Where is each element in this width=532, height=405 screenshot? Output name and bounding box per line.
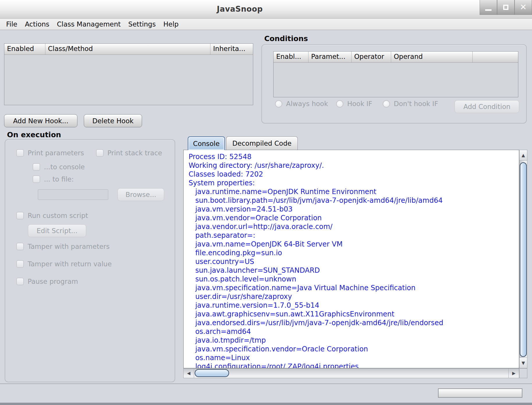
console-line: path.separator=: <box>189 231 519 240</box>
console-output: Process ID: 52548Working directory: /usr… <box>183 150 519 368</box>
scroll-up-button[interactable]: ▲ <box>519 150 527 161</box>
radio-always-hook[interactable]: Always hook <box>275 100 328 108</box>
horizontal-scrollbar-thumb[interactable] <box>195 369 229 377</box>
conditions-table-header: Enabl...Paramet...OperatorOperand <box>274 52 518 63</box>
radio-dont-hook-if[interactable]: Don't hook IF <box>383 100 438 108</box>
minimize-button[interactable] <box>480 0 497 15</box>
console-line: os.arch=amd64 <box>189 327 519 336</box>
minimize-icon <box>485 9 492 11</box>
print-stack-trace-checkbox[interactable]: Print stack trace <box>96 149 162 157</box>
checkbox-icon <box>16 149 24 157</box>
tamper-return-value-label: Tamper with return value <box>28 260 112 268</box>
print-stack-trace-label: Print stack trace <box>107 149 162 157</box>
run-custom-script-checkbox[interactable]: Run custom script <box>16 212 88 219</box>
tamper-parameters-checkbox[interactable]: Tamper with parameters <box>16 243 110 250</box>
vertical-scrollbar-thumb[interactable] <box>520 162 527 357</box>
scroll-down-button[interactable]: ▼ <box>519 358 527 368</box>
browse-button[interactable]: Browse... <box>118 188 164 201</box>
window-controls: ✕ <box>480 0 532 15</box>
console-line: java.vm.vendor=Oracle Corporation <box>189 214 519 222</box>
tab-console[interactable]: Console <box>188 136 225 150</box>
tab-decompiled-code[interactable]: Decompiled Code <box>226 136 298 150</box>
conditions-column-header[interactable] <box>473 52 518 62</box>
pause-program-checkbox[interactable]: Pause program <box>16 278 78 285</box>
conditions-table[interactable]: Enabl...Paramet...OperatorOperand <box>273 51 518 97</box>
menu-item[interactable]: File <box>2 20 21 28</box>
console-line: java.vm.version=24.51-b03 <box>189 205 519 214</box>
console-line: java.endorsed.dirs=/usr/lib/jvm/java-7-o… <box>189 318 519 327</box>
menu-bar: FileActionsClass ManagementSettingsHelp <box>0 19 532 30</box>
scroll-left-button[interactable]: ◀ <box>184 369 194 378</box>
delete-hook-button[interactable]: Delete Hook <box>84 114 142 127</box>
add-condition-button[interactable]: Add Condition <box>455 100 519 113</box>
maximize-icon <box>503 5 508 10</box>
console-line: Working directory: /usr/share/zaproxy/. <box>189 161 519 170</box>
console-line: java.runtime.version=1.7.0_55-b14 <box>189 301 519 310</box>
pause-program-label: Pause program <box>28 278 78 285</box>
horizontal-scrollbar[interactable]: ◀ ▶ <box>183 368 519 378</box>
hooks-table-header: EnabledClass/MethodInherita... <box>4 44 253 55</box>
window-bottom-edge <box>0 403 532 405</box>
tamper-parameters-label: Tamper with parameters <box>28 243 110 250</box>
conditions-column-header[interactable]: Operator <box>352 52 391 62</box>
on-execution-title: On execution <box>7 131 61 139</box>
console-line: java.vendor.url=http://java.oracle.com/ <box>189 222 519 231</box>
hooks-table[interactable]: EnabledClass/MethodInherita... <box>4 43 253 105</box>
file-path-input[interactable] <box>38 189 108 200</box>
hooks-column-header[interactable]: Enabled <box>4 44 45 54</box>
scroll-right-button[interactable]: ▶ <box>508 369 519 378</box>
radio-hook-if-label: Hook IF <box>347 100 372 108</box>
close-icon: ✕ <box>520 3 526 11</box>
console-line: sun.java.launcher=SUN_STANDARD <box>189 266 519 275</box>
menu-item[interactable]: Actions <box>21 20 53 28</box>
console-line: java.io.tmpdir=/tmp <box>189 336 519 345</box>
edit-script-button[interactable]: Edit Script... <box>28 224 86 237</box>
console-line: Classes loaded: 7202 <box>189 170 519 179</box>
to-file-checkbox[interactable]: ... to file: <box>33 175 74 183</box>
window-title: JavaSnoop <box>0 5 480 13</box>
radio-always-hook-label: Always hook <box>286 100 328 108</box>
menu-item[interactable]: Settings <box>125 20 159 28</box>
checkbox-icon <box>16 243 24 250</box>
console-line: user.dir=/usr/share/zaproxy <box>189 292 519 301</box>
radio-icon <box>383 100 390 108</box>
conditions-column-header[interactable]: Paramet... <box>308 52 352 62</box>
tamper-return-value-checkbox[interactable]: Tamper with return value <box>16 260 112 268</box>
checkbox-icon <box>16 278 24 285</box>
to-file-label: ... to file: <box>44 175 74 183</box>
arrow-right-icon: ▶ <box>512 371 516 376</box>
console-line: System properties: <box>189 179 519 187</box>
radio-icon <box>336 100 343 108</box>
status-bar-separator <box>0 383 532 384</box>
console-line: java.runtime.name=OpenJDK Runtime Enviro… <box>189 187 519 196</box>
menu-item[interactable]: Class Management <box>53 20 125 28</box>
checkbox-icon <box>33 163 40 171</box>
close-button[interactable]: ✕ <box>515 0 532 15</box>
add-new-hook-button[interactable]: Add New Hook... <box>4 114 77 127</box>
progress-bar <box>438 388 522 398</box>
radio-dont-hook-if-label: Don't hook IF <box>394 100 438 108</box>
checkbox-icon <box>16 212 24 219</box>
console-line: java.awt.graphicsenv=sun.awt.X11Graphics… <box>189 310 519 318</box>
conditions-column-header[interactable]: Operand <box>391 52 473 62</box>
hooks-column-header[interactable]: Class/Method <box>45 44 211 54</box>
menu-item[interactable]: Help <box>159 20 182 28</box>
radio-hook-if[interactable]: Hook IF <box>336 100 372 108</box>
to-console-checkbox[interactable]: ...to console <box>33 163 85 171</box>
print-parameters-checkbox[interactable]: Print parameters <box>16 149 84 157</box>
checkbox-icon <box>16 260 24 268</box>
conditions-title: Conditions <box>264 34 308 43</box>
checkbox-icon <box>96 149 104 157</box>
radio-icon <box>275 100 282 108</box>
vertical-scrollbar[interactable]: ▲ ▼ <box>519 150 527 368</box>
maximize-button[interactable] <box>497 0 515 15</box>
console-line: Process ID: 52548 <box>189 152 519 161</box>
console-line: file.encoding.pkg=sun.io <box>189 249 519 257</box>
print-parameters-label: Print parameters <box>28 149 84 157</box>
console-line: sun.boot.library.path=/usr/lib/jvm/java-… <box>189 196 519 205</box>
hooks-column-header[interactable]: Inherita... <box>210 44 253 54</box>
run-custom-script-label: Run custom script <box>28 212 88 219</box>
conditions-column-header[interactable]: Enabl... <box>274 52 308 62</box>
console-line: log4j.configuration=/root/.ZAP/log4j.pro… <box>189 362 519 368</box>
arrow-left-icon: ◀ <box>187 371 191 376</box>
